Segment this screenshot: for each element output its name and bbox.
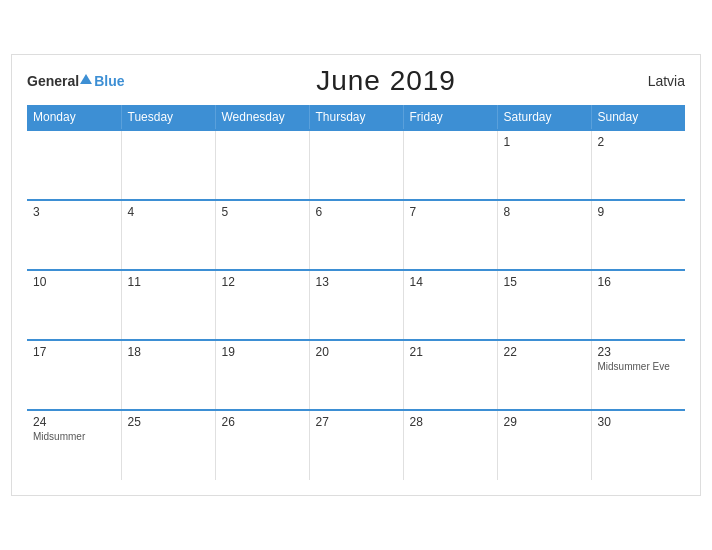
calendar-day-cell: 2 [591,130,685,200]
calendar-week-row: 10111213141516 [27,270,685,340]
calendar-day-cell: 24Midsummer [27,410,121,480]
header-sunday: Sunday [591,105,685,130]
day-number: 11 [128,275,209,289]
calendar-day-cell [403,130,497,200]
calendar-week-row: 12 [27,130,685,200]
day-number: 22 [504,345,585,359]
day-number: 6 [316,205,397,219]
day-number: 12 [222,275,303,289]
calendar-week-row: 24Midsummer252627282930 [27,410,685,480]
day-number: 9 [598,205,680,219]
calendar-day-cell: 9 [591,200,685,270]
calendar-day-cell: 3 [27,200,121,270]
calendar-day-cell: 21 [403,340,497,410]
logo-blue: Blue [94,73,124,89]
calendar-day-cell: 13 [309,270,403,340]
day-number: 7 [410,205,491,219]
calendar-grid: Monday Tuesday Wednesday Thursday Friday… [27,105,685,480]
day-number: 24 [33,415,115,429]
calendar-day-cell: 28 [403,410,497,480]
day-number: 29 [504,415,585,429]
calendar-day-cell: 6 [309,200,403,270]
calendar-day-cell: 12 [215,270,309,340]
day-number: 25 [128,415,209,429]
header-monday: Monday [27,105,121,130]
day-number: 18 [128,345,209,359]
calendar-day-cell: 14 [403,270,497,340]
day-number: 14 [410,275,491,289]
calendar-day-cell: 4 [121,200,215,270]
calendar-day-cell: 17 [27,340,121,410]
header-friday: Friday [403,105,497,130]
day-number: 30 [598,415,680,429]
calendar-day-cell: 11 [121,270,215,340]
logo-general: General [27,73,79,89]
calendar-day-cell: 5 [215,200,309,270]
logo: General Blue [27,73,124,89]
calendar-title: June 2019 [316,65,456,97]
header-saturday: Saturday [497,105,591,130]
day-number: 16 [598,275,680,289]
calendar-day-cell [121,130,215,200]
day-number: 23 [598,345,680,359]
day-event: Midsummer [33,431,115,442]
calendar-header: General Blue June 2019 Latvia [27,65,685,97]
day-number: 5 [222,205,303,219]
header-tuesday: Tuesday [121,105,215,130]
day-number: 3 [33,205,115,219]
calendar-day-cell: 16 [591,270,685,340]
header-thursday: Thursday [309,105,403,130]
calendar-day-cell [27,130,121,200]
day-number: 2 [598,135,680,149]
day-number: 28 [410,415,491,429]
calendar-day-cell: 10 [27,270,121,340]
day-number: 4 [128,205,209,219]
day-number: 10 [33,275,115,289]
day-number: 19 [222,345,303,359]
calendar-week-row: 3456789 [27,200,685,270]
day-number: 21 [410,345,491,359]
calendar-day-cell: 15 [497,270,591,340]
day-number: 26 [222,415,303,429]
calendar-country: Latvia [648,73,685,89]
calendar-day-cell: 7 [403,200,497,270]
day-number: 15 [504,275,585,289]
calendar-day-cell: 18 [121,340,215,410]
calendar-day-cell [215,130,309,200]
day-event: Midsummer Eve [598,361,680,372]
calendar-day-cell: 20 [309,340,403,410]
day-number: 27 [316,415,397,429]
day-number: 1 [504,135,585,149]
calendar-day-cell: 22 [497,340,591,410]
calendar-day-cell: 30 [591,410,685,480]
calendar-day-cell: 25 [121,410,215,480]
calendar-day-cell: 1 [497,130,591,200]
day-number: 8 [504,205,585,219]
calendar-day-cell: 19 [215,340,309,410]
day-number: 13 [316,275,397,289]
calendar-day-cell: 8 [497,200,591,270]
calendar-day-cell: 27 [309,410,403,480]
calendar-day-cell [309,130,403,200]
day-number: 20 [316,345,397,359]
calendar: General Blue June 2019 Latvia Monday Tue… [11,54,701,496]
calendar-day-cell: 26 [215,410,309,480]
weekday-header-row: Monday Tuesday Wednesday Thursday Friday… [27,105,685,130]
calendar-day-cell: 29 [497,410,591,480]
calendar-day-cell: 23Midsummer Eve [591,340,685,410]
header-wednesday: Wednesday [215,105,309,130]
calendar-week-row: 17181920212223Midsummer Eve [27,340,685,410]
day-number: 17 [33,345,115,359]
logo-triangle-icon [80,74,92,84]
